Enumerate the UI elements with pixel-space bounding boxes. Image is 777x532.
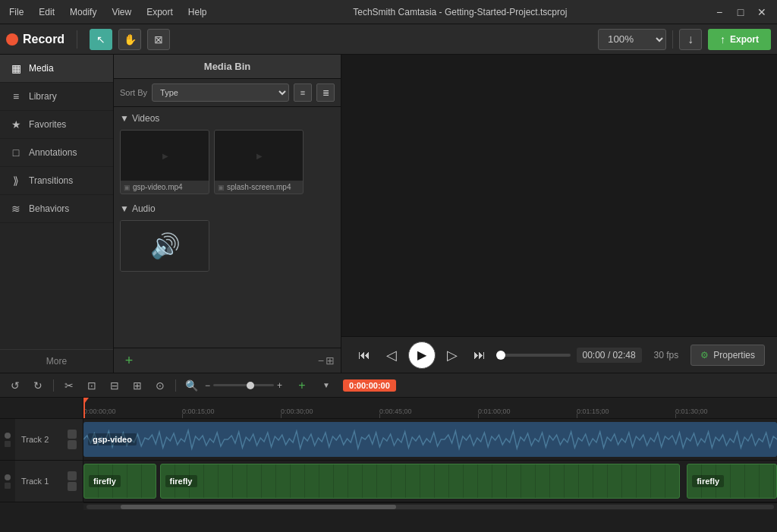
menu-modify[interactable]: Modify <box>67 5 99 19</box>
track1-clip-2[interactable]: firefly <box>160 464 681 499</box>
skip-back-button[interactable]: ⏮ <box>354 345 375 366</box>
play-button[interactable]: ▶ <box>408 342 436 369</box>
paste-button[interactable]: ⊟ <box>105 376 124 395</box>
track2-mute-button[interactable] <box>5 433 11 439</box>
total-time: 02:48 <box>613 350 636 360</box>
track1-controls <box>68 471 77 491</box>
hand-tool-button[interactable]: ✋ <box>118 29 141 50</box>
crop-tool-button[interactable]: ⊠ <box>147 29 170 50</box>
sort-desc-button[interactable]: ≣ <box>316 83 335 102</box>
maximize-button[interactable]: □ <box>731 3 750 21</box>
timeline-area: ↺ ↻ ✂ ⊡ ⊟ ⊞ ⊙ 🔍 − + + ▼ 0:00:00:00 <box>0 373 777 532</box>
sidebar-item-favorites[interactable]: ★ Favorites <box>0 111 113 139</box>
track1-clip-1[interactable]: firefly <box>83 464 156 499</box>
redo-button[interactable]: ↻ <box>29 376 47 395</box>
close-button[interactable]: ✕ <box>753 3 771 21</box>
track2-controls <box>68 430 77 449</box>
media-bin-footer: + − ⊞ <box>114 348 341 373</box>
menu-export[interactable]: Export <box>143 5 176 19</box>
zoom-select[interactable]: 100% 50% 75% 150% 200% <box>598 29 666 50</box>
track1-mute-button[interactable] <box>5 474 11 480</box>
zoom-plus-icon: + <box>277 380 282 391</box>
track1-clip1-label: firefly <box>89 475 121 487</box>
media-thumb-gsp-video[interactable]: ▶ ▣ gsp-video.mp4 <box>120 130 209 194</box>
timeline-tracks: Track 2 Track 1 <box>0 398 777 532</box>
gsp-video-clip[interactable]: gsp-video <box>83 422 777 457</box>
zoom-slider[interactable] <box>213 384 274 386</box>
add-track-button[interactable]: + <box>293 376 311 395</box>
track1-vis-button[interactable] <box>68 482 77 491</box>
menu-view[interactable]: View <box>109 5 134 19</box>
export-icon: ↑ <box>720 33 725 46</box>
scrollbar-track[interactable] <box>87 505 774 509</box>
record-button[interactable]: Record <box>6 33 64 46</box>
pointer-tool-button[interactable]: ↖ <box>90 29 112 50</box>
sidebar-label-media: Media <box>29 63 54 74</box>
gsp-video-thumbnail: ▶ <box>121 131 209 181</box>
track1-name: Track 1 <box>21 477 49 486</box>
zoom-in-button[interactable]: 🔍 <box>182 376 200 395</box>
track1-solo-button[interactable] <box>5 483 11 489</box>
ruler-line-15 <box>182 414 183 418</box>
ruler-line-75 <box>577 414 577 418</box>
audio-collapse-icon: ▼ <box>120 203 129 214</box>
sidebar-item-transitions[interactable]: ⟫ Transitions <box>0 167 113 195</box>
sidebar-item-behaviors[interactable]: ≋ Behaviors <box>0 195 113 223</box>
cut-button[interactable]: ✂ <box>60 376 78 395</box>
properties-button[interactable]: ⚙ Properties <box>690 345 765 366</box>
snapshot-button[interactable]: ⊙ <box>151 376 169 395</box>
copy-button[interactable]: ⊡ <box>83 376 101 395</box>
ruler-mark-45: 0:00:45;00 <box>379 408 412 415</box>
time-separator: / <box>608 350 613 360</box>
videos-collapse-icon: ▼ <box>120 113 129 124</box>
ruler-label-spacer <box>15 398 83 419</box>
annotations-icon: □ <box>9 146 23 159</box>
list-view-button[interactable]: ≡ <box>294 83 312 102</box>
track1-clip-3[interactable]: firefly <box>687 464 777 499</box>
menu-file[interactable]: File <box>6 5 27 19</box>
sidebar-item-media[interactable]: ▦ Media <box>0 55 113 83</box>
videos-section-header[interactable]: ▼ Videos <box>120 113 335 124</box>
playhead-line <box>83 398 85 418</box>
transitions-icon: ⟫ <box>9 175 23 187</box>
group-button[interactable]: ⊞ <box>128 376 146 395</box>
scrollbar-thumb[interactable] <box>121 505 395 509</box>
download-button[interactable]: ↓ <box>679 29 702 50</box>
menu-edit[interactable]: Edit <box>36 5 58 19</box>
undo-button[interactable]: ↺ <box>6 376 24 395</box>
track-expand-button[interactable]: ▼ <box>317 376 335 395</box>
gear-icon: ⚙ <box>700 350 709 360</box>
media-thumb-audio[interactable]: 🔊 <box>120 220 209 272</box>
track2-lock-button[interactable] <box>68 430 77 439</box>
sort-select[interactable]: Type Name Date <box>152 83 289 102</box>
sidebar-label-behaviors: Behaviors <box>29 203 69 214</box>
add-media-button[interactable]: + <box>120 351 138 370</box>
middle-row: Media Bin Sort By Type Name Date ≡ ≣ ▼ V… <box>114 55 777 373</box>
sidebar-item-annotations[interactable]: □ Annotations <box>0 139 113 167</box>
export-button[interactable]: ↑ Export <box>708 29 771 50</box>
step-forward-button[interactable]: ▷ <box>442 345 463 366</box>
waveform-display <box>83 422 777 457</box>
zoom-thumb <box>247 382 254 389</box>
preview-area: ⏮ ◁ ▶ ▷ ⏭ 00:00 / 02:48 30 fps ⚙ Propert… <box>341 55 777 373</box>
audio-section-header[interactable]: ▼ Audio <box>120 203 335 214</box>
grid-view-button[interactable]: − ⊞ <box>318 354 335 367</box>
sidebar-label-library: Library <box>29 91 57 102</box>
minimize-button[interactable]: − <box>710 3 728 21</box>
videos-section-label: Videos <box>132 113 159 124</box>
step-back-button[interactable]: ◁ <box>381 345 402 366</box>
sidebar-more[interactable]: More <box>0 349 113 373</box>
sidebar-item-library[interactable]: ≡ Library <box>0 83 113 111</box>
progress-bar[interactable] <box>496 354 571 357</box>
track2-label: Track 2 <box>15 419 83 461</box>
export-label: Export <box>730 34 759 45</box>
track2-solo-button[interactable] <box>5 441 11 447</box>
media-thumb-splash-screen[interactable]: ▶ ▣ splash-screen.mp4 <box>214 130 304 194</box>
track2-vis-button[interactable] <box>68 440 77 449</box>
track1-lock-button[interactable] <box>68 471 77 480</box>
track1-label: Track 1 <box>15 461 83 502</box>
ruler-line-60 <box>478 414 479 418</box>
media-icon: ▦ <box>9 62 23 74</box>
skip-forward-button[interactable]: ⏭ <box>469 345 490 366</box>
menu-help[interactable]: Help <box>185 5 210 19</box>
